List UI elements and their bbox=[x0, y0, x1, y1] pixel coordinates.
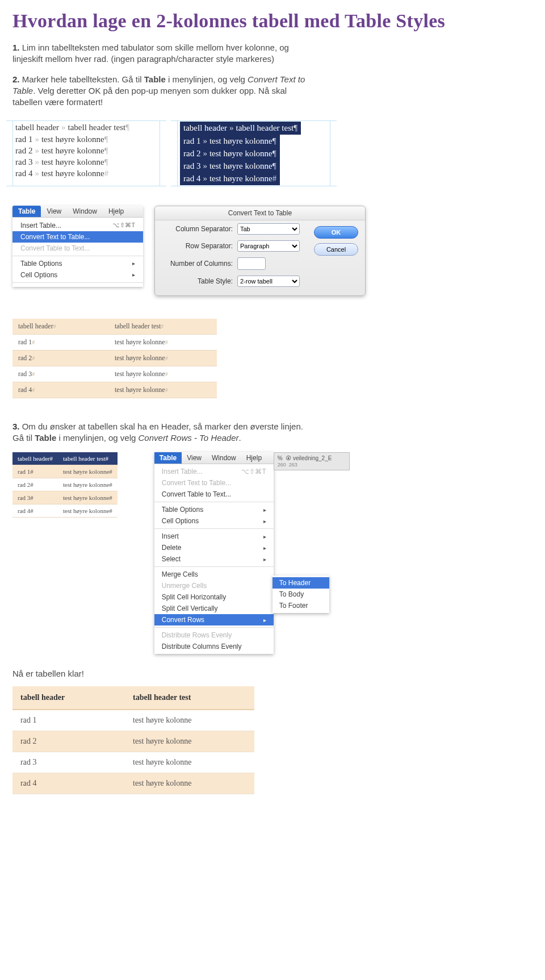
background-panel-strip: % ⦿ veiledning_2_E 260 263 bbox=[274, 452, 350, 470]
menu-item[interactable]: Insert Table...⌥⇧⌘T bbox=[12, 220, 143, 231]
step-2: 2. Marker hele tabellteksten. Gå til Tab… bbox=[12, 74, 308, 109]
table-row: rad 3test høyre kolonne bbox=[12, 752, 254, 773]
menu-tab[interactable]: Table bbox=[154, 452, 182, 464]
submenu-item[interactable]: To Header bbox=[272, 577, 329, 589]
table-row: tabell headertabell header test bbox=[12, 686, 254, 710]
menu-item[interactable]: Convert Table to Text... bbox=[12, 243, 143, 254]
submenu-item[interactable]: To Footer bbox=[272, 600, 329, 611]
table-row: tabell header#tabell header test# bbox=[12, 452, 118, 465]
table-style-select[interactable]: 2-row tabell bbox=[237, 276, 300, 287]
table-row: rad 4#test høyre kolonne# bbox=[12, 382, 217, 398]
table-row: tabell header#tabell header test# bbox=[12, 319, 217, 335]
table-menu-long[interactable]: TableViewWindowHjelp Insert Table...⌥⇧⌘T… bbox=[154, 452, 274, 654]
menu-item[interactable]: Insert Table...⌥⇧⌘T bbox=[154, 466, 274, 477]
menu-tab[interactable]: View bbox=[41, 206, 67, 217]
menu-tab[interactable]: Window bbox=[207, 452, 241, 464]
dialog-title: Convert Text to Table bbox=[155, 206, 365, 220]
table-menu-short[interactable]: TableViewWindowHjelp Insert Table...⌥⇧⌘T… bbox=[12, 206, 143, 287]
convert-rows-submenu[interactable]: To HeaderTo BodyTo Footer bbox=[272, 576, 329, 613]
convert-text-to-table-dialog: Convert Text to Table Column Separator: … bbox=[154, 206, 366, 296]
menu-item[interactable]: Convert Text to Table... bbox=[12, 231, 143, 243]
table-row: rad 2#test høyre kolonne# bbox=[12, 478, 118, 491]
step-1-num: 1. bbox=[12, 43, 20, 52]
text-line: rad 1»test høyre kolonne¶ bbox=[180, 135, 328, 147]
text-line: rad 4»test høyre kolonne# bbox=[180, 172, 328, 185]
table-row: rad 2test høyre kolonne bbox=[12, 731, 254, 752]
cancel-button[interactable]: Cancel bbox=[314, 243, 358, 256]
text-line: rad 3»test høyre kolonne¶ bbox=[15, 156, 157, 168]
menu-item[interactable]: Convert Table to Text... bbox=[154, 489, 274, 500]
menu-item[interactable]: Delete▸ bbox=[154, 542, 274, 553]
num-columns-stepper[interactable] bbox=[237, 257, 266, 270]
menu-tab[interactable]: Table bbox=[12, 206, 41, 217]
table-row: rad 4#test høyre kolonne# bbox=[12, 504, 118, 518]
menu-tab[interactable]: Window bbox=[67, 206, 103, 217]
column-separator-select[interactable]: Tab bbox=[237, 223, 300, 235]
text-line: rad 3»test høyre kolonne¶ bbox=[180, 160, 328, 172]
ok-button[interactable]: OK bbox=[314, 226, 358, 239]
menu-item[interactable]: Convert Text to Table... bbox=[154, 477, 274, 489]
menu-tab[interactable]: Hjelp bbox=[103, 206, 129, 217]
menu-tab[interactable]: View bbox=[182, 452, 207, 464]
step-2-num: 2. bbox=[12, 74, 20, 84]
table-row: rad 1#test høyre kolonne# bbox=[12, 465, 118, 478]
text-line: rad 2»test høyre kolonne¶ bbox=[180, 147, 328, 160]
header-selected-preview: tabell header#tabell header test#rad 1#t… bbox=[12, 452, 118, 518]
menu-item[interactable]: Unmerge Cells bbox=[154, 580, 274, 591]
text-line: tabell header»tabell header test¶ bbox=[15, 122, 157, 133]
text-line: rad 1»test høyre kolonne¶ bbox=[15, 134, 157, 145]
menu-item[interactable]: Split Cell Vertically bbox=[154, 603, 274, 614]
text-line: rad 4»test høyre kolonne# bbox=[15, 168, 157, 179]
menu-tab[interactable]: Hjelp bbox=[241, 452, 267, 464]
text-line: rad 2»test høyre kolonne¶ bbox=[15, 145, 157, 156]
menu-item[interactable]: Distribute Rows Evenly bbox=[154, 629, 274, 641]
menu-item[interactable]: Split Cell Horizontally bbox=[154, 591, 274, 603]
step-3: 3. Om du ønsker at tabellen skal ha en H… bbox=[12, 421, 308, 444]
raw-text-preview: tabell header»tabell header test¶rad 1»t… bbox=[12, 120, 160, 186]
table-row: rad 3#test høyre kolonne# bbox=[12, 366, 217, 382]
menu-item[interactable]: Cell Options▸ bbox=[12, 269, 143, 281]
step-1: 1. Lim inn tabellteksten med tabulator s… bbox=[12, 42, 308, 65]
row-separator-select[interactable]: Paragraph bbox=[237, 240, 300, 252]
text-line: tabell header»tabell header test¶ bbox=[180, 122, 328, 134]
table-row: rad 2#test høyre kolonne# bbox=[12, 350, 217, 366]
menu-item[interactable]: Cell Options▸ bbox=[154, 515, 274, 527]
menu-item[interactable]: Convert Rows▸ bbox=[154, 614, 274, 625]
menu-item[interactable]: Insert▸ bbox=[154, 531, 274, 542]
selected-text-preview: tabell header»tabell header test¶rad 1»t… bbox=[177, 120, 330, 186]
menu-item[interactable]: Table Options▸ bbox=[154, 504, 274, 515]
formatted-table-preview: tabell header#tabell header test# rad 1#… bbox=[12, 319, 217, 398]
menu-item[interactable]: Table Options▸ bbox=[12, 258, 143, 269]
done-text: Nå er tabellen klar! bbox=[12, 669, 533, 678]
step-1-text: Lim inn tabellteksten med tabulator som … bbox=[12, 43, 289, 64]
menu-item[interactable]: Merge Cells bbox=[154, 569, 274, 580]
final-table: tabell headertabell header testrad 1test… bbox=[12, 686, 254, 794]
table-row: rad 4test høyre kolonne bbox=[12, 773, 254, 794]
submenu-item[interactable]: To Body bbox=[272, 589, 329, 600]
menu-item[interactable]: Select▸ bbox=[154, 553, 274, 565]
page-title: Hvordan lage en 2-kolonnes tabell med Ta… bbox=[12, 10, 533, 32]
menu-item[interactable]: Distribute Columns Evenly bbox=[154, 641, 274, 652]
table-row: rad 1test høyre kolonne bbox=[12, 710, 254, 731]
table-row: rad 3#test høyre kolonne# bbox=[12, 491, 118, 504]
table-row: rad 1#test høyre kolonne# bbox=[12, 334, 217, 350]
